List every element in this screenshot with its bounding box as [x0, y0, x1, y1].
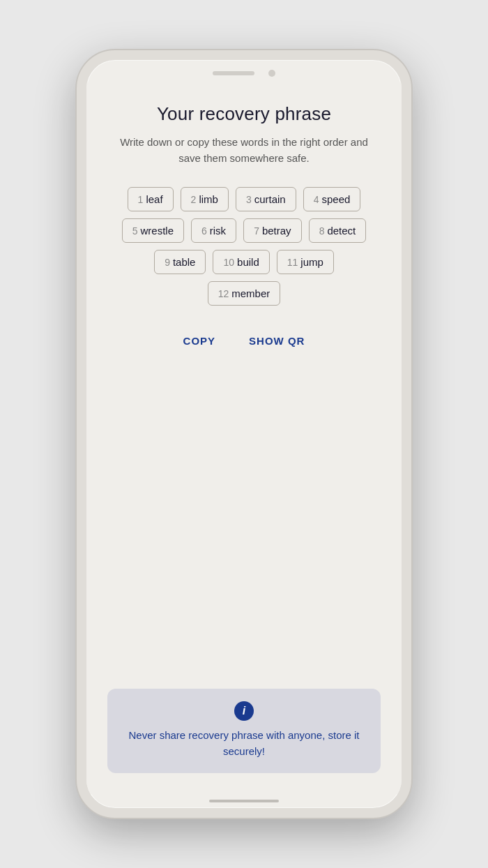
word-text-3: curtain — [254, 193, 286, 205]
show-qr-button[interactable]: SHOW QR — [246, 331, 307, 351]
word-num-3: 3 — [246, 194, 252, 205]
spacer — [107, 365, 381, 689]
word-chip-2: 2limb — [181, 187, 229, 211]
word-text-8: detect — [327, 225, 356, 237]
word-chip-4: 4speed — [303, 187, 361, 211]
word-chip-1: 1leaf — [128, 187, 174, 211]
word-text-2: limb — [199, 193, 218, 205]
word-num-6: 6 — [201, 225, 207, 237]
page-title: Your recovery phrase — [107, 103, 381, 125]
word-num-4: 4 — [314, 194, 319, 205]
words-row-3: 9table 10build 11jump — [154, 250, 334, 274]
word-num-9: 9 — [165, 257, 170, 268]
word-chip-12: 12member — [208, 281, 281, 306]
warning-box: i Never share recovery phrase with anyon… — [107, 689, 381, 773]
warning-text: Never share recovery phrase with anyone,… — [124, 728, 364, 759]
word-text-6: risk — [210, 225, 226, 237]
words-row-4: 12member — [208, 281, 281, 306]
word-num-12: 12 — [218, 288, 229, 299]
word-text-11: jump — [300, 256, 323, 268]
words-row-2: 5wrestle 6risk 7betray 8detect — [122, 218, 367, 243]
words-row-1: 1leaf 2limb 3curtain 4speed — [128, 187, 361, 211]
word-text-5: wrestle — [140, 225, 174, 237]
word-num-8: 8 — [319, 225, 325, 237]
word-chip-11: 11jump — [277, 250, 334, 274]
words-grid: 1leaf 2limb 3curtain 4speed 5wrestle 6r — [107, 187, 381, 306]
word-num-7: 7 — [254, 225, 259, 237]
word-chip-10: 10build — [213, 250, 269, 274]
word-num-10: 10 — [223, 257, 234, 268]
word-num-2: 2 — [191, 194, 197, 205]
info-icon: i — [234, 701, 254, 721]
word-text-10: build — [237, 256, 259, 268]
word-chip-9: 9table — [154, 250, 206, 274]
word-text-7: betray — [262, 225, 291, 237]
word-num-11: 11 — [287, 257, 298, 268]
word-chip-7: 7betray — [243, 218, 302, 243]
phone-speaker — [213, 71, 254, 75]
phone-bottom-bar — [86, 794, 402, 808]
word-text-9: table — [173, 256, 196, 268]
word-num-5: 5 — [132, 225, 138, 237]
copy-button[interactable]: COPY — [181, 331, 219, 351]
word-text-1: leaf — [146, 193, 162, 205]
word-num-1: 1 — [138, 194, 144, 205]
word-chip-6: 6risk — [191, 218, 236, 243]
phone-screen: Your recovery phrase Write down or copy … — [86, 82, 402, 794]
word-chip-5: 5wrestle — [122, 218, 184, 243]
word-chip-3: 3curtain — [236, 187, 296, 211]
phone-top-bar — [86, 60, 402, 82]
word-text-4: speed — [322, 193, 351, 205]
page-subtitle: Write down or copy these words in the ri… — [107, 135, 381, 166]
phone-camera — [268, 70, 275, 77]
word-text-12: member — [231, 287, 270, 299]
actions-bar: COPY SHOW QR — [107, 331, 381, 351]
home-indicator — [209, 800, 279, 802]
word-chip-8: 8detect — [309, 218, 367, 243]
phone-device: Your recovery phrase Write down or copy … — [77, 50, 411, 818]
